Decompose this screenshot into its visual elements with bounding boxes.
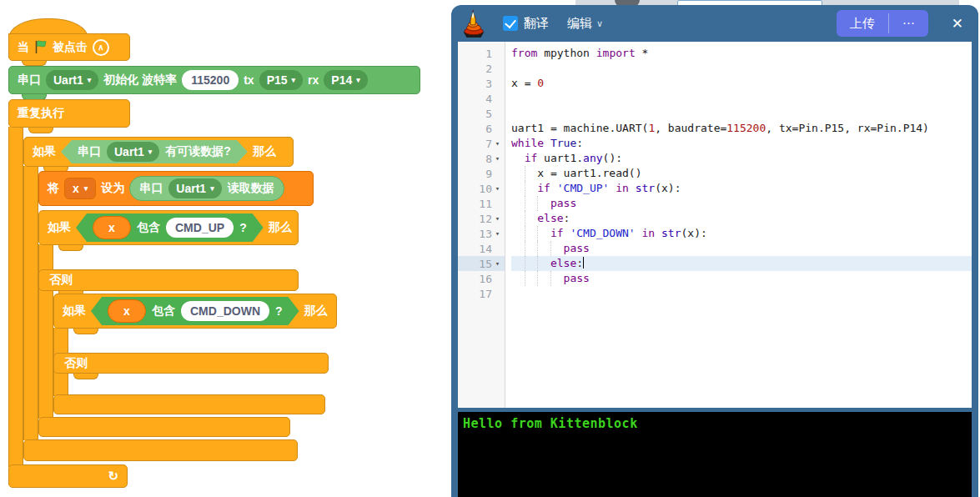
set-variable-block[interactable]: 将 x▾ 设为 串口 Uart1▾ 读取数据 — [38, 171, 314, 206]
gutter-line[interactable]: 3 — [458, 76, 505, 91]
variable-dropdown[interactable]: x▾ — [64, 178, 96, 199]
code-line[interactable]: x = 0 — [511, 76, 972, 91]
close-button[interactable]: ✕ — [952, 15, 963, 33]
code-line[interactable]: pass — [511, 271, 972, 286]
to-label: 设为 — [101, 181, 124, 196]
repeat-bump — [28, 127, 53, 133]
fold-arrow-icon[interactable]: ▾ — [492, 154, 503, 163]
gutter-line[interactable]: 9 — [458, 166, 505, 181]
gutter-line[interactable]: 13▾ — [458, 226, 505, 241]
if-up-foot[interactable] — [38, 417, 290, 437]
cmd-up-input[interactable]: CMD_UP — [166, 218, 234, 238]
code-editor[interactable]: 1234567▾8▾910▾1112▾13▾1415▾1617 from mpy… — [458, 42, 972, 408]
x-variable-reporter[interactable]: x — [108, 299, 146, 323]
code-line[interactable]: x = uart1.read() — [511, 166, 972, 181]
upload-button[interactable]: 上传 — [837, 10, 888, 37]
if-label: 如果 — [33, 144, 56, 159]
serial-read-reporter[interactable]: 串口 Uart1▾ 读取数据 — [129, 176, 284, 201]
cmd-down-input[interactable]: CMD_DOWN — [181, 301, 269, 321]
baudrate-input[interactable]: 115200 — [182, 70, 239, 90]
code-line[interactable]: if 'CMD_DOWN' in str(x): — [511, 226, 972, 241]
tx-pin-dropdown[interactable]: P15▾ — [259, 70, 303, 90]
gutter-line[interactable]: 12▾ — [458, 211, 505, 226]
fold-arrow-icon[interactable]: ▾ — [492, 139, 503, 148]
code-line[interactable]: uart1 = machine.UART(1, baudrate=115200,… — [511, 121, 972, 136]
indent-guide — [511, 196, 525, 211]
indent-guide — [537, 226, 550, 241]
if-contains-up-block[interactable]: 如果 x 包含 CMD_UP ? 那么 — [38, 210, 299, 245]
code-line[interactable]: else: — [511, 211, 972, 226]
question-label: ? — [239, 221, 247, 234]
code-line[interactable] — [511, 91, 972, 106]
loop-arrow-icon: ↻ — [108, 469, 118, 484]
indent-guide — [537, 196, 550, 211]
gutter-line[interactable]: 6 — [458, 121, 505, 136]
repeat-label: 重复执行 — [18, 106, 64, 121]
translate-checkbox[interactable]: 翻译 — [503, 16, 549, 32]
code-line[interactable] — [511, 286, 972, 301]
code-line[interactable] — [511, 106, 972, 121]
gutter-line[interactable]: 8▾ — [458, 151, 505, 166]
fold-arrow-icon[interactable]: ▾ — [492, 229, 503, 238]
gutter-line[interactable]: 5 — [458, 106, 505, 121]
code-line[interactable]: from mpython import * — [511, 46, 972, 61]
more-button[interactable]: ⋯ — [889, 10, 928, 37]
code-line[interactable]: if uart1.any(): — [511, 151, 972, 166]
if-down-foot[interactable] — [53, 394, 325, 414]
if-contains-down-block[interactable]: 如果 x 包含 CMD_DOWN ? 那么 — [53, 294, 337, 329]
hat-clicked-label: 被点击 — [53, 40, 88, 55]
gutter-line[interactable]: 1 — [458, 46, 505, 61]
indent-guide — [525, 181, 538, 196]
editor-lines[interactable]: from mpython import *x = 0uart1 = machin… — [505, 42, 972, 408]
gutter-line[interactable]: 4 — [458, 91, 505, 106]
gutter-line[interactable]: 11 — [458, 196, 505, 211]
repeat-forever-block[interactable]: 重复执行 — [8, 99, 130, 128]
edit-menu[interactable]: 编辑 ∨ — [567, 16, 603, 32]
gutter-line[interactable]: 16 — [458, 271, 505, 286]
code-line[interactable] — [511, 61, 972, 76]
uart-dropdown[interactable]: Uart1▾ — [107, 142, 159, 162]
question-label: ? — [275, 304, 283, 318]
indent-guide — [537, 271, 550, 286]
code-token: 115200 — [726, 122, 766, 134]
else-down-arm[interactable]: 否则 — [53, 353, 329, 374]
code-line[interactable]: while True: — [511, 136, 972, 151]
editor-gutter[interactable]: 1234567▾8▾910▾1112▾13▾1415▾1617 — [458, 42, 505, 408]
gutter-line[interactable]: 7▾ — [458, 136, 505, 151]
fold-arrow-icon[interactable]: ▾ — [492, 259, 503, 268]
uart-dropdown[interactable]: Uart1▾ — [168, 178, 221, 198]
rx-pin-dropdown[interactable]: P14▾ — [324, 70, 367, 90]
contains-down-condition[interactable]: x 包含 CMD_DOWN ? — [91, 297, 299, 325]
fold-arrow-icon[interactable]: ▾ — [492, 214, 503, 223]
gutter-line[interactable]: 15▾ — [458, 256, 505, 271]
upload-button-group: 上传 ⋯ — [837, 10, 928, 37]
when-flag-clicked-block[interactable]: 当 被点击 ∧ — [8, 33, 130, 61]
gutter-line[interactable]: 17 — [458, 286, 505, 301]
uart-dropdown[interactable]: Uart1▾ — [46, 70, 98, 90]
blocks-workspace[interactable]: 当 被点击 ∧ 串口 Uart1▾ 初始化 波特率 115200 tx P15▾… — [0, 0, 451, 497]
serial-init-block[interactable]: 串口 Uart1▾ 初始化 波特率 115200 tx P15▾ rx P14▾ — [8, 66, 420, 94]
rx-label: rx — [308, 73, 319, 87]
indent-guide — [525, 271, 538, 286]
uart-value: Uart1 — [114, 145, 144, 158]
code-line[interactable]: pass — [511, 196, 972, 211]
terminal[interactable]: Hello from Kittenblock — [458, 412, 972, 497]
gutter-line[interactable]: 14 — [458, 241, 505, 256]
collapse-script-icon[interactable]: ∧ — [93, 39, 109, 56]
else-up-arm[interactable]: 否则 — [38, 269, 299, 291]
serial-has-data-condition[interactable]: 串口 Uart1▾ 有可读数据? — [61, 140, 248, 163]
gutter-line[interactable]: 2 — [458, 61, 505, 76]
code-token: import — [596, 47, 636, 59]
x-variable-reporter[interactable]: x — [93, 216, 131, 239]
if-serial-foot[interactable] — [23, 439, 298, 461]
if-serial-block[interactable]: 如果 串口 Uart1▾ 有可读数据? 那么 — [23, 137, 294, 167]
has-data-label: 有可读数据? — [165, 144, 231, 159]
fold-arrow-icon[interactable]: ▾ — [492, 184, 503, 193]
gutter-line[interactable]: 10▾ — [458, 181, 505, 196]
code-token: x = uart1.read() — [537, 167, 641, 179]
code-line[interactable]: pass — [511, 241, 972, 256]
code-line[interactable]: if 'CMD_UP' in str(x): — [511, 181, 972, 196]
code-line[interactable]: else: — [511, 256, 972, 271]
repeat-foot[interactable]: ↻ — [8, 464, 128, 488]
contains-up-condition[interactable]: x 包含 CMD_UP ? — [76, 213, 264, 242]
